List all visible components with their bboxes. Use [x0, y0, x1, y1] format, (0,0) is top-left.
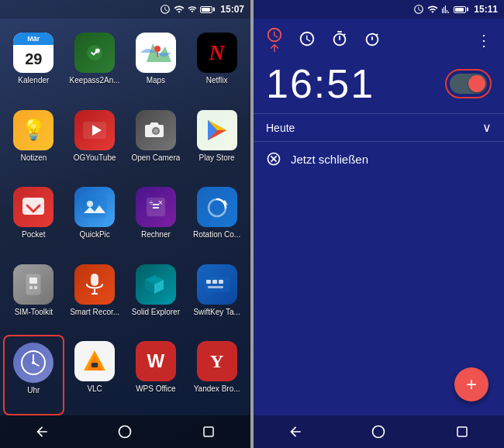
- home-button-right[interactable]: [363, 416, 394, 447]
- svg-point-35: [32, 361, 35, 364]
- app-label-rotation: Rotation Co...: [193, 230, 240, 239]
- right-time: 15:11: [474, 4, 498, 15]
- app-keepass[interactable]: Keepass2An...: [64, 26, 126, 104]
- wifi-status-icon: [174, 4, 185, 15]
- alarm-active-icon-container[interactable]: [266, 26, 283, 54]
- back-button-left[interactable]: [26, 416, 57, 447]
- app-label-swiftkey: SwiftKey Ta...: [193, 308, 240, 316]
- svg-point-14: [87, 201, 93, 207]
- right-status-icons: 15:11: [413, 4, 498, 15]
- keepass-icon-svg: [83, 41, 106, 64]
- app-label-rechner: Rechner: [141, 230, 171, 239]
- recents-button-right[interactable]: [447, 416, 478, 447]
- app-label-pocket: Pocket: [22, 230, 46, 239]
- app-label-vlc: VLC: [87, 384, 102, 393]
- simtoolkit-icon-svg: [22, 273, 45, 296]
- app-label-ogyoutube: OGYouTube: [74, 153, 116, 162]
- left-status-icons: 15:07: [160, 4, 244, 15]
- app-maps[interactable]: Maps: [126, 26, 187, 104]
- playstore-icon-svg: [204, 117, 230, 143]
- signal-icon-right: [441, 4, 450, 15]
- alarm-time-display: 16:51: [266, 60, 375, 107]
- recents-button-left[interactable]: [193, 416, 224, 447]
- app-netflix[interactable]: N Netflix: [186, 26, 247, 104]
- alarm-toggle-switch[interactable]: [450, 74, 487, 94]
- app-label-wpsoffice: WPS Office: [136, 384, 176, 393]
- left-phone-screen: 15:07 Mär 29 Kalender Keepass2An..: [0, 0, 250, 448]
- svg-rect-27: [205, 277, 230, 292]
- app-vlc[interactable]: VLC: [64, 335, 126, 415]
- back-button-right[interactable]: [280, 416, 311, 447]
- vlc-icon-svg: [81, 347, 109, 375]
- svg-text:×: ×: [158, 198, 163, 207]
- app-label-uhr: Uhr: [27, 386, 40, 395]
- app-playstore[interactable]: Play Store: [186, 104, 247, 181]
- left-nav-bar: [0, 415, 250, 448]
- app-ogyoutube[interactable]: OGYouTube: [64, 104, 126, 181]
- quickpic-icon-svg: [82, 196, 107, 218]
- app-swiftkey[interactable]: SwiftKey Ta...: [186, 258, 247, 336]
- app-uhr[interactable]: Uhr: [3, 335, 64, 415]
- svg-point-41: [373, 426, 385, 438]
- left-status-bar: 15:07: [0, 0, 250, 19]
- svg-point-7: [154, 129, 158, 133]
- heute-row[interactable]: Heute ∨: [254, 113, 504, 141]
- jetzt-row: Jetzt schließen: [254, 141, 504, 176]
- stopwatch-icon[interactable]: [364, 30, 381, 50]
- rotation-icon-svg: [205, 195, 230, 219]
- app-label-maps: Maps: [147, 76, 165, 84]
- app-yandex[interactable]: Y Yandex Bro...: [186, 335, 247, 415]
- more-options-icon[interactable]: ⋮: [476, 31, 492, 50]
- alarm-status-icon: [160, 4, 171, 15]
- alarm-inactive-icon[interactable]: [299, 30, 316, 50]
- toggle-knob: [468, 75, 485, 92]
- home-button-left[interactable]: [109, 416, 140, 447]
- app-label-yandex: Yandex Bro...: [194, 384, 240, 393]
- app-smartrecorder[interactable]: Smart Recor...: [64, 258, 126, 336]
- svg-text:÷: ÷: [149, 198, 154, 207]
- app-rechner[interactable]: = ÷ × Rechner: [126, 181, 187, 258]
- solidexplorer-icon-svg: [143, 274, 168, 295]
- right-status-bar: 15:11: [254, 0, 504, 19]
- app-label-smartrecorder: Smart Recor...: [70, 308, 119, 316]
- right-nav-bar: [254, 415, 504, 448]
- svg-rect-13: [82, 196, 107, 218]
- maps-icon-svg: [140, 37, 171, 68]
- rechner-icon-svg: = ÷ ×: [144, 195, 167, 219]
- alarm-active-icon: [266, 26, 283, 43]
- left-time: 15:07: [220, 4, 244, 15]
- app-rotation[interactable]: Rotation Co...: [186, 181, 247, 258]
- app-label-notizen: Notizen: [20, 153, 47, 162]
- jetzt-schliessen-text: Jetzt schließen: [291, 153, 368, 166]
- svg-rect-38: [91, 363, 98, 367]
- alarm-toolbar: ⋮: [254, 19, 504, 57]
- apps-grid: Mär 29 Kalender Keepass2An...: [0, 19, 250, 415]
- battery-icon: [200, 6, 212, 13]
- app-notizen[interactable]: 💡 Notizen: [3, 104, 64, 181]
- app-simtoolkit[interactable]: SIM-Toolkit: [3, 258, 64, 336]
- heute-chevron-icon: ∨: [482, 120, 492, 135]
- alarm-clock-icon: [299, 30, 316, 47]
- svg-rect-28: [206, 280, 211, 284]
- app-quickpic[interactable]: QuickPic: [64, 181, 126, 258]
- svg-point-1: [95, 48, 100, 53]
- battery-icon-right: [454, 6, 466, 13]
- fab-plus-icon: +: [466, 374, 477, 395]
- fab-add-alarm[interactable]: +: [454, 367, 488, 401]
- app-kalender[interactable]: Mär 29 Kalender: [3, 26, 64, 104]
- app-opencamera[interactable]: Open Camera: [126, 104, 187, 181]
- alarm-toggle-container[interactable]: [445, 69, 492, 98]
- timer-icon[interactable]: [331, 30, 348, 50]
- signal-icon: [188, 4, 197, 15]
- app-label-playstore: Play Store: [199, 153, 235, 162]
- app-wpsoffice[interactable]: W WPS Office: [126, 335, 187, 415]
- svg-rect-29: [212, 280, 217, 284]
- alarm-up-arrow: [268, 42, 281, 54]
- svg-rect-31: [208, 286, 223, 288]
- alarm-off-icon: [266, 151, 281, 167]
- app-label-netflix: Netflix: [206, 76, 228, 84]
- app-solidexplorer[interactable]: Solid Explorer: [126, 258, 187, 336]
- app-pocket[interactable]: Pocket: [3, 181, 64, 258]
- alarm-status-icon-right: [413, 4, 424, 15]
- app-label-keepass: Keepass2An...: [70, 76, 120, 84]
